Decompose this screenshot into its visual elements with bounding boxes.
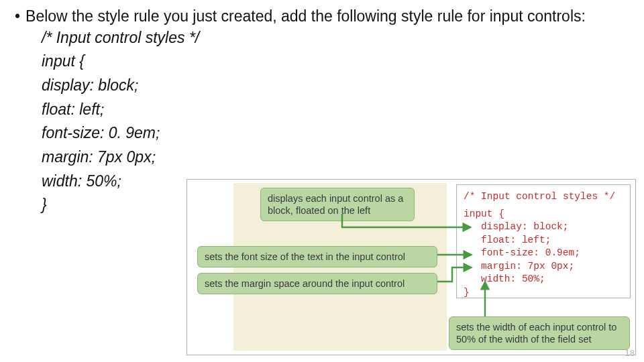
- code-line: width: 50%;: [481, 273, 623, 286]
- bullet-item: • Below the style rule you just created,…: [15, 7, 629, 26]
- callout-display-block: displays each input control as a block, …: [260, 188, 415, 221]
- code-close: }: [464, 286, 623, 300]
- code-line: font-size: 0. 9em;: [42, 121, 629, 145]
- code-line: font-size: 0.9em;: [481, 247, 623, 260]
- code-line: /* Input control styles */: [42, 26, 629, 50]
- code-line: display: block;: [42, 74, 629, 98]
- code-selector: input {: [464, 208, 623, 221]
- figure-panel: /* Input control styles */ input { displ…: [186, 179, 636, 355]
- code-line: float: left;: [481, 234, 623, 247]
- callout-margin: sets the margin space around the input c…: [197, 273, 437, 294]
- code-comment: /* Input control styles */: [464, 190, 623, 204]
- callout-font-size: sets the font size of the text in the in…: [197, 246, 437, 267]
- code-line: input {: [42, 50, 629, 74]
- code-preview-panel: /* Input control styles */ input { displ…: [456, 184, 631, 298]
- callout-width: sets the width of each input control to …: [449, 316, 630, 350]
- page-number: 18: [625, 348, 635, 358]
- bullet-dot-icon: •: [15, 7, 20, 26]
- code-line: margin: 7px 0px;: [42, 145, 629, 170]
- code-line: margin: 7px 0px;: [481, 260, 623, 274]
- code-line: float: left;: [42, 98, 629, 122]
- bullet-text: Below the style rule you just created, a…: [25, 7, 629, 26]
- code-line: display: block;: [481, 221, 623, 234]
